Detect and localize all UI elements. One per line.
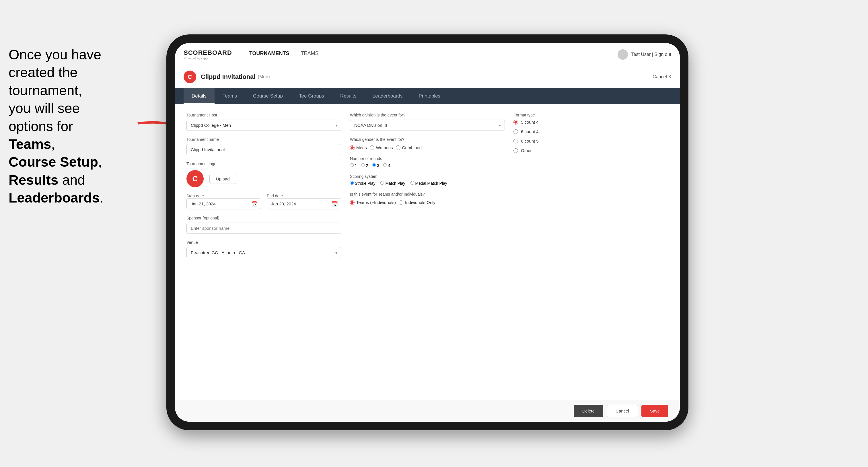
save-button[interactable]: Save (641, 405, 669, 417)
user-area: Test User | Sign out (618, 49, 671, 60)
form-area: Tournament Host Clippd College - Men Tou… (175, 104, 680, 400)
tournament-host-select[interactable]: Clippd College - Men (186, 120, 341, 131)
gender-mens-radio[interactable] (350, 146, 354, 150)
end-date-wrap: 📅 (267, 198, 341, 209)
division-group: Which division is the event for? NCAA Di… (350, 113, 505, 131)
sponsor-label: Sponsor (optional) (186, 216, 341, 220)
user-avatar (618, 49, 628, 60)
logo-upload-area: C Upload (186, 170, 341, 187)
venue-group: Venue Peachtree GC - Atlanta - GA (186, 240, 341, 258)
format-6count4-radio[interactable] (514, 129, 518, 134)
tab-printables[interactable]: Printables (411, 88, 448, 104)
tablet-screen: SCOREBOARD Powered by clippd TOURNAMENTS… (175, 43, 680, 422)
scoring-match-radio[interactable] (380, 181, 384, 185)
venue-label: Venue (186, 240, 341, 245)
teams-plus-individuals-radio[interactable] (350, 200, 354, 205)
format-6count4-label: 6 count 4 (521, 129, 539, 134)
start-date-input[interactable] (186, 198, 261, 209)
rounds-2-option[interactable]: 2 (361, 163, 368, 168)
tab-teams[interactable]: Teams (215, 88, 245, 104)
individuals-only-radio[interactable] (399, 200, 403, 205)
tab-leaderboards[interactable]: Leaderboards (365, 88, 411, 104)
tab-tee-groups[interactable]: Tee Groups (291, 88, 332, 104)
scoring-label: Scoring system (350, 174, 505, 179)
rounds-3-option[interactable]: 3 (372, 163, 379, 168)
teams-individuals-label: Is this event for Teams and/or Individua… (350, 192, 505, 196)
format-other-option[interactable]: Other (514, 148, 669, 153)
tab-details[interactable]: Details (184, 88, 215, 104)
format-5count4-option[interactable]: 5 count 4 (514, 120, 669, 124)
start-date-group: Start date 📅 (186, 194, 261, 209)
form-col-2: Which division is the event for? NCAA Di… (350, 113, 505, 391)
teams-individuals-group: Is this event for Teams and/or Individua… (350, 192, 505, 205)
scoring-stroke-option[interactable]: Stroke Play (350, 181, 375, 186)
upload-button[interactable]: Upload (209, 174, 236, 184)
division-select-wrapper: NCAA Division III (350, 120, 505, 131)
delete-button[interactable]: Delete (574, 405, 603, 417)
user-info-label[interactable]: Test User | Sign out (631, 52, 671, 57)
tournament-tag: (Men) (258, 74, 270, 80)
start-date-label: Start date (186, 194, 204, 198)
cancel-button-footer[interactable]: Cancel (607, 405, 638, 417)
format-6count5-option[interactable]: 6 count 5 (514, 138, 669, 144)
format-6count5-radio[interactable] (514, 139, 518, 144)
start-date-wrap: 📅 (186, 198, 261, 209)
tournament-logo-group: Tournament logo C Upload (186, 161, 341, 187)
rounds-4-option[interactable]: 4 (383, 163, 391, 168)
rounds-2-radio[interactable] (361, 163, 365, 167)
rounds-4-radio[interactable] (383, 163, 387, 167)
scoring-match-option[interactable]: Match Play (380, 181, 405, 186)
nav-tournaments[interactable]: TOURNAMENTS (249, 51, 289, 58)
logo-text: SCOREBOARD (184, 49, 232, 57)
rounds-group: Number of rounds 1 2 (350, 156, 505, 168)
gender-womens-radio[interactable] (370, 146, 374, 150)
scoring-group: Scoring system Stroke Play Match Play (350, 174, 505, 186)
tournament-host-label: Tournament Host (186, 113, 341, 117)
end-date-calendar-icon: 📅 (332, 201, 338, 207)
gender-combined-radio[interactable] (396, 146, 400, 150)
tournament-logo-label: Tournament logo (186, 161, 341, 166)
end-date-input[interactable] (267, 198, 341, 209)
format-5count4-label: 5 count 4 (521, 120, 539, 124)
tab-results[interactable]: Results (332, 88, 365, 104)
teams-plus-individuals-option[interactable]: Teams (+Individuals) (350, 200, 396, 205)
scoring-stroke-radio[interactable] (350, 181, 354, 185)
end-date-label: End date (267, 194, 283, 198)
tab-course-setup[interactable]: Course Setup (245, 88, 291, 104)
format-5count4-radio[interactable] (514, 120, 518, 124)
sponsor-input[interactable] (186, 223, 341, 234)
instructions-text: Once you have created the tournament, yo… (0, 40, 141, 213)
cancel-button-header[interactable]: Cancel X (653, 74, 671, 80)
rounds-1-option[interactable]: 1 (350, 163, 357, 168)
venue-select[interactable]: Peachtree GC - Atlanta - GA (186, 247, 341, 258)
app-content: SCOREBOARD Powered by clippd TOURNAMENTS… (175, 43, 680, 422)
format-6count4-option[interactable]: 6 count 4 (514, 129, 669, 134)
format-other-radio[interactable] (514, 148, 518, 153)
scoring-radio-group: Stroke Play Match Play Medal Match Play (350, 181, 505, 186)
tournament-header: C Clippd Invitational (Men) Cancel X (175, 66, 680, 88)
tournament-name-label: Tournament name (186, 137, 341, 142)
form-col-3: Format type 5 count 4 6 count 4 6 count … (514, 113, 669, 391)
nav-teams[interactable]: TEAMS (301, 51, 319, 58)
date-row: Start date 📅 End date 📅 (186, 194, 341, 209)
division-select[interactable]: NCAA Division III (350, 120, 505, 131)
format-6count5-label: 6 count 5 (521, 138, 539, 144)
gender-mens-option[interactable]: Mens (350, 145, 367, 150)
scoring-medal-match-option[interactable]: Medal Match Play (410, 181, 447, 186)
format-type-group: Format type 5 count 4 6 count 4 6 count … (514, 113, 669, 155)
gender-radio-group: Mens Womens Combined (350, 145, 505, 150)
venue-select-wrapper: Peachtree GC - Atlanta - GA (186, 247, 341, 258)
gender-womens-option[interactable]: Womens (370, 145, 393, 150)
rounds-label: Number of rounds (350, 156, 505, 161)
bottom-bar: Delete Cancel Save (175, 400, 680, 422)
tournament-name-input[interactable] (186, 144, 341, 155)
rounds-3-radio[interactable] (372, 163, 376, 167)
scoring-medal-match-radio[interactable] (410, 181, 414, 185)
rounds-1-radio[interactable] (350, 163, 354, 167)
gender-label: Which gender is the event for? (350, 137, 505, 142)
individuals-only-option[interactable]: Individuals Only (399, 200, 435, 205)
nav-links: TOURNAMENTS TEAMS (249, 51, 618, 58)
tournament-icon: C (184, 70, 196, 83)
gender-combined-option[interactable]: Combined (396, 145, 422, 150)
gender-group: Which gender is the event for? Mens Wome… (350, 137, 505, 150)
